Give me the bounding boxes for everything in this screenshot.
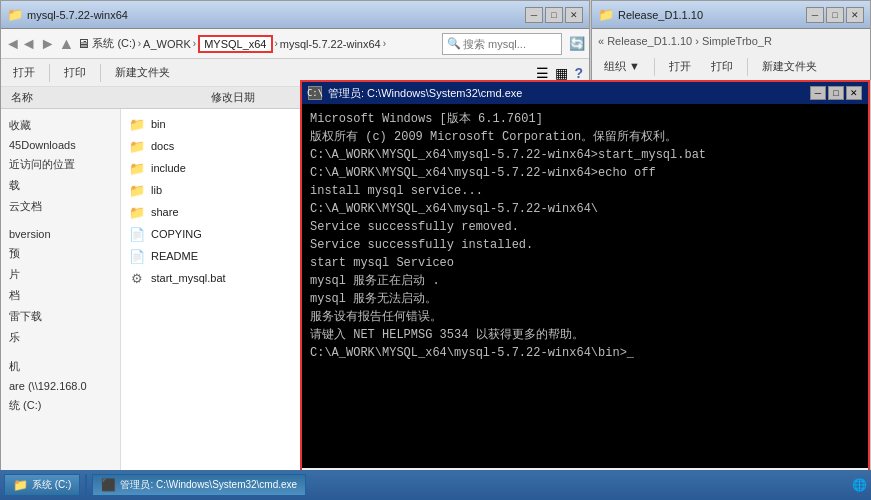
sidebar-item-2[interactable]: 近访问的位置 bbox=[1, 154, 120, 175]
right-toolbar: 组织 ▼ 打开 打印 新建文件夹 bbox=[592, 53, 870, 81]
addr-computer-icon: 🖥 bbox=[77, 36, 90, 51]
view-details-icon[interactable]: ▦ bbox=[555, 65, 568, 81]
right-toolbar-sep-1 bbox=[654, 58, 655, 76]
view-controls: ☰ ▦ ? bbox=[536, 65, 583, 81]
help-icon[interactable]: ? bbox=[574, 65, 583, 81]
addr-sep-4: › bbox=[383, 38, 386, 49]
right-organize-button[interactable]: 组织 ▼ bbox=[598, 57, 646, 76]
explorer-win-controls: ─ □ ✕ bbox=[525, 7, 583, 23]
address-path: 🖥 系统 (C:) › A_WORK › MYSQL_x64 › mysql-5… bbox=[77, 35, 386, 53]
sidebar-item-4[interactable]: 云文档 bbox=[1, 196, 120, 217]
view-list-icon[interactable]: ☰ bbox=[536, 65, 549, 81]
sidebar-item-14[interactable]: are (\\192.168.0 bbox=[1, 377, 120, 395]
file-name-readme: README bbox=[151, 250, 301, 262]
cmd-line-16: 请键入 NET HELPMSG 3534 以获得更多的帮助。 bbox=[310, 326, 860, 344]
sidebar-item-5[interactable] bbox=[1, 217, 120, 225]
maximize-button[interactable]: □ bbox=[545, 7, 563, 23]
sidebar-item-7[interactable]: 预 bbox=[1, 243, 120, 264]
right-open-button[interactable]: 打开 bbox=[663, 57, 697, 76]
right-title-bar: 📁 Release_D1.1.10 ─ □ ✕ bbox=[592, 1, 870, 29]
addr-part-2[interactable]: A_WORK bbox=[143, 38, 191, 50]
refresh-icon[interactable]: 🔄 bbox=[569, 36, 585, 51]
taskbar-cmd-label: 管理员: C:\Windows\System32\cmd.exe bbox=[120, 478, 297, 492]
print-button[interactable]: 打印 bbox=[58, 63, 92, 82]
file-name-share: share bbox=[151, 206, 301, 218]
addr-part-3-highlighted[interactable]: MYSQL_x64 bbox=[198, 35, 272, 53]
taskbar-explorer-label: 系统 (C:) bbox=[32, 478, 71, 492]
taskbar-btn-cmd[interactable]: ⬛ 管理员: C:\Windows\System32\cmd.exe bbox=[92, 474, 306, 496]
sidebar-item-15[interactable]: 统 (C:) bbox=[1, 395, 120, 416]
right-new-folder-button[interactable]: 新建文件夹 bbox=[756, 57, 823, 76]
cmd-line-10: start mysql Serviceo bbox=[310, 254, 860, 272]
file-name-bat: start_mysql.bat bbox=[151, 272, 301, 284]
cmd-maximize-button[interactable]: □ bbox=[828, 86, 844, 100]
folder-icon-share: 📁 bbox=[129, 204, 145, 220]
cmd-line-11: mysql 服务正在启动 . bbox=[310, 272, 860, 290]
file-icon-copying: 📄 bbox=[129, 226, 145, 242]
cmd-line-8: Service successfully removed. bbox=[310, 218, 860, 236]
nav-forward-icon[interactable]: ► bbox=[40, 35, 56, 53]
cmd-line-9: Service successfully installed. bbox=[310, 236, 860, 254]
nav-up-icon[interactable]: ▲ bbox=[59, 35, 75, 53]
file-name-bin: bin bbox=[151, 118, 301, 130]
cmd-line-7: C:\A_WORK\MYSQL_x64\mysql-5.7.22-winx64\ bbox=[310, 200, 860, 218]
right-maximize-button[interactable]: □ bbox=[826, 7, 844, 23]
sidebar-item-1[interactable]: 45Downloads bbox=[1, 136, 120, 154]
right-close-button[interactable]: ✕ bbox=[846, 7, 864, 23]
cmd-close-button[interactable]: ✕ bbox=[846, 86, 862, 100]
sidebar-item-6[interactable]: bversion bbox=[1, 225, 120, 243]
col-header-name[interactable]: 名称 bbox=[5, 90, 205, 105]
sidebar-item-13[interactable]: 机 bbox=[1, 356, 120, 377]
file-icon-readme: 📄 bbox=[129, 248, 145, 264]
sidebar-item-0[interactable]: 收藏 bbox=[1, 115, 120, 136]
right-print-button[interactable]: 打印 bbox=[705, 57, 739, 76]
minimize-button[interactable]: ─ bbox=[525, 7, 543, 23]
cmd-window: C:\ 管理员: C:\Windows\System32\cmd.exe ─ □… bbox=[300, 80, 870, 490]
taskbar: 📁 系统 (C:) ⬛ 管理员: C:\Windows\System32\cmd… bbox=[0, 470, 871, 500]
sidebar-item-8[interactable]: 片 bbox=[1, 264, 120, 285]
cmd-line-18: C:\A_WORK\MYSQL_x64\mysql-5.7.22-winx64\… bbox=[310, 344, 860, 362]
address-bar: ◄◄ ► ▲ 🖥 系统 (C:) › A_WORK › MYSQL_x64 › … bbox=[1, 29, 589, 59]
sidebar-item-9[interactable]: 档 bbox=[1, 285, 120, 306]
cmd-minimize-button[interactable]: ─ bbox=[810, 86, 826, 100]
right-path-text: « Release_D1.1.10 › SimpleTrbo_R bbox=[598, 35, 772, 47]
right-address-bar: « Release_D1.1.10 › SimpleTrbo_R bbox=[592, 29, 870, 53]
explorer-title-text: 📁 mysql-5.7.22-winx64 bbox=[7, 7, 525, 22]
right-window: 📁 Release_D1.1.10 ─ □ ✕ « Release_D1.1.1… bbox=[591, 0, 871, 80]
cmd-line-1: 版权所有 (c) 2009 Microsoft Corporation。保留所有… bbox=[310, 128, 860, 146]
taskbar-cmd-icon: ⬛ bbox=[101, 478, 116, 492]
right-title-content: 📁 Release_D1.1.10 bbox=[598, 7, 806, 22]
addr-part-4[interactable]: mysql-5.7.22-winx64 bbox=[280, 38, 381, 50]
addr-sep-2: › bbox=[193, 38, 196, 49]
close-button[interactable]: ✕ bbox=[565, 7, 583, 23]
file-name-copying: COPYING bbox=[151, 228, 301, 240]
cmd-body: Microsoft Windows [版本 6.1.7601]版权所有 (c) … bbox=[302, 104, 868, 468]
right-folder-icon: 📁 bbox=[598, 7, 614, 22]
open-button[interactable]: 打开 bbox=[7, 63, 41, 82]
sidebar-item-10[interactable]: 雷下载 bbox=[1, 306, 120, 327]
sidebar: 收藏 45Downloads 近访问的位置 载 云文档 bversion 预 片… bbox=[1, 109, 121, 477]
toolbar-sep-1 bbox=[49, 64, 50, 82]
new-folder-button[interactable]: 新建文件夹 bbox=[109, 63, 176, 82]
sidebar-item-11[interactable]: 乐 bbox=[1, 327, 120, 348]
nav-back-icon[interactable]: ◄◄ bbox=[5, 35, 37, 53]
file-name-docs: docs bbox=[151, 140, 301, 152]
folder-icon-lib: 📁 bbox=[129, 182, 145, 198]
sidebar-item-3[interactable]: 载 bbox=[1, 175, 120, 196]
addr-sep-3: › bbox=[275, 38, 278, 49]
search-input[interactable] bbox=[463, 38, 553, 50]
sidebar-item-12 bbox=[1, 348, 120, 356]
taskbar-btn-explorer[interactable]: 📁 系统 (C:) bbox=[4, 474, 80, 496]
right-minimize-button[interactable]: ─ bbox=[806, 7, 824, 23]
search-box: 🔍 bbox=[442, 33, 562, 55]
folder-icon-include: 📁 bbox=[129, 160, 145, 176]
addr-sep-1: › bbox=[138, 38, 141, 49]
tray-network-icon: 🌐 bbox=[852, 478, 867, 492]
file-icon-bat: ⚙ bbox=[129, 270, 145, 286]
cmd-line-0: Microsoft Windows [版本 6.1.7601] bbox=[310, 110, 860, 128]
folder-icon-docs: 📁 bbox=[129, 138, 145, 154]
cmd-title-text: 管理员: C:\Windows\System32\cmd.exe bbox=[328, 86, 804, 101]
cmd-icon: C:\ bbox=[308, 86, 322, 100]
right-win-controls: ─ □ ✕ bbox=[806, 7, 864, 23]
addr-part-1[interactable]: 系统 (C:) bbox=[92, 36, 135, 51]
